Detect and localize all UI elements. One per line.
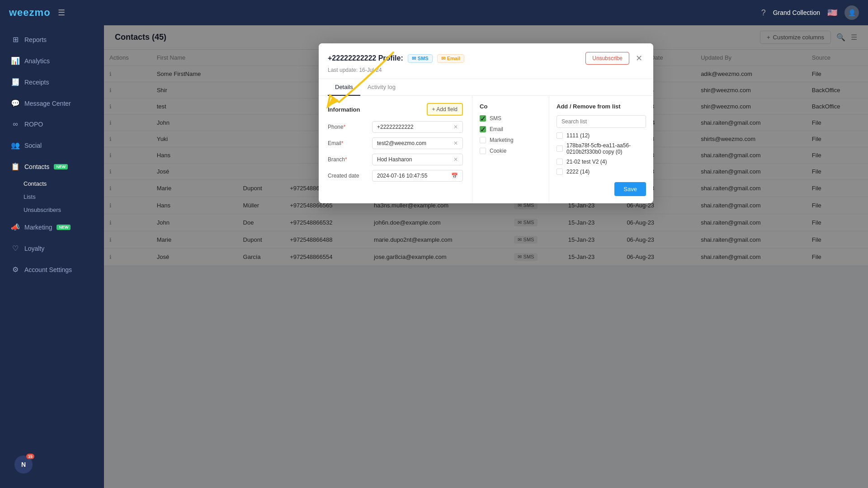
- notification-widget: N 15: [0, 445, 104, 484]
- notification-icon: N: [21, 461, 26, 468]
- sidebar-item-ropo[interactable]: ∞ ROPO: [4, 115, 100, 134]
- add-field-button[interactable]: + Add field: [427, 103, 463, 116]
- list-item-label: 21-02 test V2 (4): [566, 159, 607, 165]
- modal-sms-badge: ✉ SMS: [408, 54, 433, 63]
- sidebar-item-label-marketing: Marketing: [24, 224, 52, 231]
- modal-sms-badge-label: SMS: [418, 56, 429, 61]
- field-email-input[interactable]: ✕: [372, 137, 463, 149]
- cookie-consent-label: Cookie: [490, 148, 506, 154]
- email-clear-icon[interactable]: ✕: [453, 140, 458, 146]
- modal-tabs: Details Activity log: [319, 79, 653, 96]
- sidebar-item-label-ropo: ROPO: [24, 121, 43, 128]
- field-email: Email* ✕: [328, 137, 463, 149]
- list-item-checkbox[interactable]: [557, 169, 563, 175]
- tab-activity-log[interactable]: Activity log: [360, 79, 403, 96]
- hamburger-icon[interactable]: ☰: [58, 8, 65, 18]
- modal-title-row: +22222222222 Profile: ✉ SMS ✉ Email: [328, 52, 644, 65]
- sidebar-item-label-message-center: Message Center: [24, 100, 71, 107]
- sidebar-sub-contacts[interactable]: Contacts: [20, 177, 104, 190]
- sidebar-item-label-contacts: Contacts: [24, 163, 49, 170]
- sidebar-item-label-social: Social: [24, 142, 42, 149]
- branch-clear-icon[interactable]: ✕: [453, 156, 458, 163]
- sidebar-item-marketing[interactable]: 📣 Marketing NEW: [4, 217, 100, 237]
- consent-sms: ✓ SMS: [480, 115, 542, 122]
- account-settings-icon: ⚙: [11, 265, 20, 274]
- lists-title: Add / Remove from list: [557, 103, 646, 110]
- sidebar-item-account-settings[interactable]: ⚙ Account Settings: [4, 260, 100, 279]
- sms-checkbox[interactable]: ✓: [480, 115, 486, 122]
- notification-button[interactable]: N 15: [14, 455, 33, 474]
- sidebar-item-social[interactable]: 👥 Social: [4, 136, 100, 155]
- list-item[interactable]: 21-02 test V2 (4): [557, 159, 646, 165]
- field-phone: Phone* ✕: [328, 121, 463, 133]
- field-phone-input[interactable]: ✕: [372, 121, 463, 133]
- sms-consent-label: SMS: [490, 115, 501, 122]
- field-branch-label: Branch*: [328, 156, 368, 163]
- marketing-checkbox[interactable]: [480, 137, 486, 143]
- marketing-icon: 📣: [11, 223, 20, 231]
- field-created-date: Created date 📅: [328, 170, 463, 182]
- field-created-date-label: Created date: [328, 173, 368, 179]
- marketing-badge: NEW: [57, 225, 71, 230]
- phone-clear-icon[interactable]: ✕: [453, 124, 458, 130]
- list-item-checkbox[interactable]: [557, 145, 563, 152]
- user-avatar[interactable]: 👤: [844, 5, 859, 20]
- modal-subtitle: Last update: 16-Jul-24: [328, 67, 644, 73]
- created-date-input[interactable]: [377, 173, 451, 179]
- sidebar-item-analytics[interactable]: 📊 Analytics: [4, 51, 100, 70]
- field-branch-input[interactable]: ✕: [372, 154, 463, 165]
- field-created-date-input[interactable]: 📅: [372, 170, 463, 182]
- list-search-input[interactable]: [557, 115, 646, 128]
- list-item-checkbox[interactable]: [557, 159, 563, 165]
- sidebar-item-loyalty[interactable]: ♡ Loyalty: [4, 239, 100, 258]
- list-item-label: 2222 (14): [566, 169, 590, 175]
- sidebar-item-reports[interactable]: ⊞ Reports: [4, 30, 100, 49]
- cookie-checkbox[interactable]: [480, 148, 486, 154]
- list-item-label: 1111 (12): [566, 132, 590, 139]
- email-icon-small: ✉: [441, 56, 445, 61]
- modal-header: +22222222222 Profile: ✉ SMS ✉ Email: [319, 43, 653, 79]
- modal-email-badge: ✉ Email: [437, 54, 464, 63]
- sidebar-sub-unsubscribers[interactable]: Unsubscribers: [20, 203, 104, 216]
- consent-section: Co ✓ SMS ✓ Email Marketing: [472, 96, 549, 203]
- sidebar-item-label-analytics: Analytics: [24, 57, 50, 65]
- sidebar-item-label-receipts: Receipts: [24, 79, 49, 86]
- layout: ⊞ Reports 📊 Analytics 🧾 Receipts 💬 Messa…: [0, 0, 868, 488]
- sidebar-item-receipts[interactable]: 🧾 Receipts: [4, 72, 100, 92]
- flag-icon: 🇺🇸: [827, 8, 837, 18]
- modal-title-text: +22222222222 Profile:: [328, 54, 403, 62]
- email-consent-label: Email: [490, 126, 503, 132]
- date-picker-icon[interactable]: 📅: [451, 173, 458, 179]
- loyalty-icon: ♡: [11, 244, 20, 253]
- lists-section: Add / Remove from list 1111 (12) 178ba78…: [549, 96, 653, 203]
- phone-input[interactable]: [377, 124, 453, 130]
- modal-body: Information + Add field Phone* ✕ Email*: [319, 96, 653, 203]
- sidebar-item-contacts[interactable]: 📋 Contacts NEW: [4, 157, 100, 176]
- reports-icon: ⊞: [11, 35, 20, 44]
- branch-input[interactable]: [377, 156, 453, 163]
- list-item[interactable]: 2222 (14): [557, 169, 646, 175]
- list-item[interactable]: 1111 (12): [557, 132, 646, 139]
- email-input[interactable]: [377, 140, 453, 146]
- unsubscribe-button[interactable]: Unsubscribe: [585, 52, 629, 65]
- sidebar: ⊞ Reports 📊 Analytics 🧾 Receipts 💬 Messa…: [0, 25, 104, 488]
- contacts-icon: 📋: [11, 162, 20, 171]
- sidebar-item-message-center[interactable]: 💬 Message Center: [4, 94, 100, 113]
- save-button[interactable]: Save: [614, 182, 646, 196]
- tab-details[interactable]: Details: [328, 79, 360, 96]
- sidebar-sub-lists[interactable]: Lists: [20, 190, 104, 203]
- list-items-container: 1111 (12) 178ba78f-5cfb-ea11-aa56-0210b2…: [557, 132, 646, 175]
- contacts-badge: NEW: [54, 164, 68, 169]
- modal-close-button[interactable]: ✕: [634, 52, 644, 65]
- receipts-icon: 🧾: [11, 78, 20, 86]
- modal-overlay: +22222222222 Profile: ✉ SMS ✉ Email: [104, 25, 868, 488]
- notification-badge: 15: [26, 454, 34, 459]
- contact-profile-modal: +22222222222 Profile: ✉ SMS ✉ Email: [319, 43, 653, 203]
- analytics-icon: 📊: [11, 56, 20, 65]
- list-item[interactable]: 178ba78f-5cfb-ea11-aa56-0210b2f330b0 cop…: [557, 142, 646, 155]
- help-icon[interactable]: ?: [761, 8, 766, 18]
- email-checkbox[interactable]: ✓: [480, 126, 486, 132]
- consent-marketing: Marketing: [480, 137, 542, 143]
- list-item-checkbox[interactable]: [557, 132, 563, 139]
- consent-email: ✓ Email: [480, 126, 542, 132]
